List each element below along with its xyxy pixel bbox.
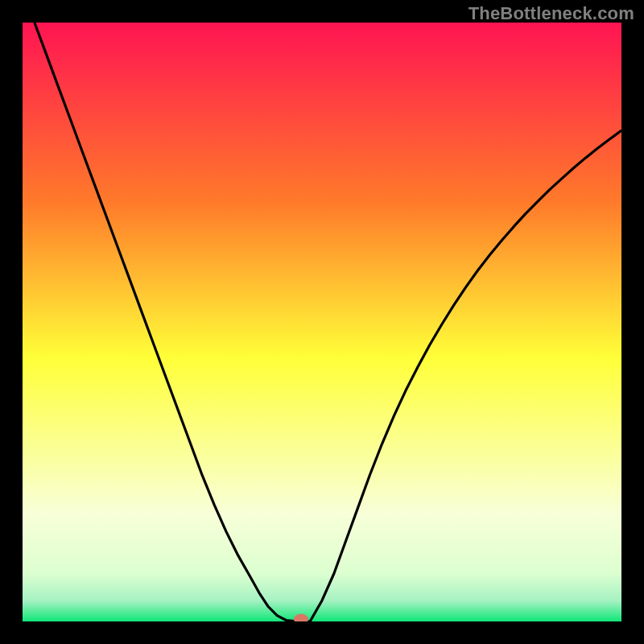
chart-frame: TheBottleneck.com [0,0,644,644]
plot-svg [23,23,621,621]
watermark-label: TheBottleneck.com [469,3,634,24]
plot-area [23,23,621,621]
gradient-background [23,23,621,621]
